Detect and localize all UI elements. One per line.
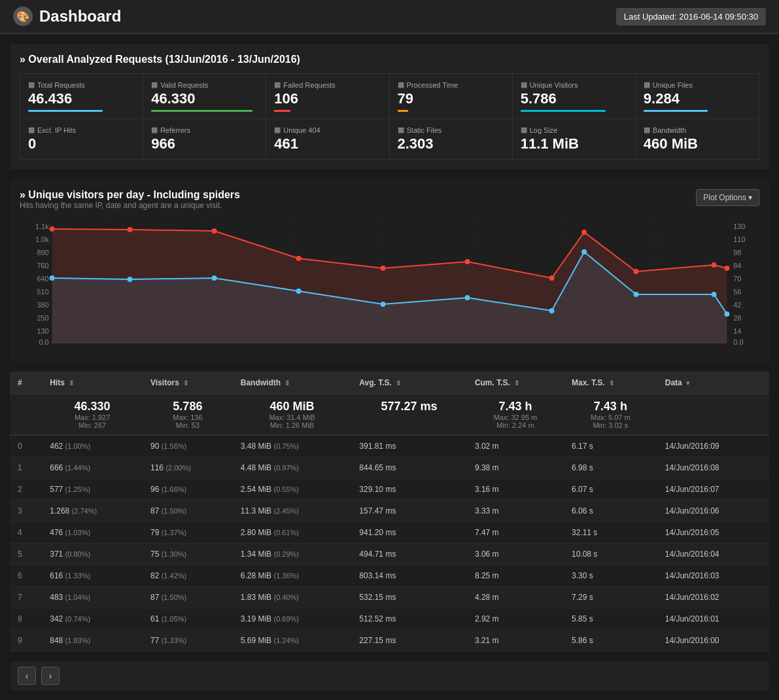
cell-num: 8 (10, 608, 42, 630)
svg-point-38 (549, 308, 555, 313)
stat-unique-visitors[interactable]: ▦ Unique Visitors 5.786 (513, 74, 636, 119)
cell-num: 0 (10, 435, 42, 457)
cell-hits: 462 (1.00%) (42, 435, 143, 457)
cell-cum-ts: 3.21 m (467, 630, 564, 652)
table-row[interactable]: 4 476 (1.03%) 79 (1.37%) 2.80 MiB (0.61%… (10, 522, 769, 544)
stat-bandwidth[interactable]: ▦ Bandwidth 460 MiB (636, 119, 759, 159)
table-row[interactable]: 6 616 (1.33%) 82 (1.42%) 6.28 MiB (1.36%… (10, 565, 769, 587)
bar-chart-icon: ▦ (644, 80, 650, 89)
table-row[interactable]: 0 462 (1.00%) 90 (1.56%) 3.48 MiB (0.75%… (10, 435, 769, 457)
svg-text:760: 760 (37, 262, 48, 270)
cell-cum-ts: 3.16 m (467, 479, 564, 500)
stat-total-requests[interactable]: ▦ Total Requests 46.436 (20, 74, 143, 119)
stat-excl-ip[interactable]: ▦ Excl. IP Hits 0 (20, 119, 143, 159)
stat-log-size-label: ▦ Log Size (521, 126, 627, 134)
svg-text:14: 14 (733, 327, 741, 335)
stat-failed-requests-bar (274, 110, 290, 112)
cell-cum-ts: 3.33 m (467, 500, 564, 522)
stat-total-requests-value: 46.436 (28, 90, 135, 107)
cell-avg-ts: 532.15 ms (351, 587, 467, 608)
cell-avg-ts: 157.47 ms (351, 500, 467, 522)
cell-data: 14/Jun/2016:09 (657, 435, 769, 457)
svg-point-30 (712, 262, 717, 268)
cell-data: 14/Jun/2016:08 (657, 457, 769, 479)
col-hits[interactable]: Hits ⇕ (42, 372, 143, 394)
cell-num: 9 (10, 630, 42, 652)
table-row[interactable]: 2 577 (1.25%) 96 (1.66%) 2.54 MiB (0.55%… (10, 479, 769, 500)
app-title: 🎨 Dashboard (13, 7, 121, 26)
stat-unique-files[interactable]: ▦ Unique Files 9.284 (636, 74, 759, 119)
cell-visitors: 61 (1.05%) (143, 608, 233, 630)
table-row[interactable]: 5 371 (0.80%) 75 (1.30%) 1.34 MiB (0.29%… (10, 544, 769, 565)
app-title-text: Dashboard (39, 7, 121, 26)
col-cum-ts[interactable]: Cum. T.S. ⇕ (467, 372, 564, 394)
cell-avg-ts: 844.65 ms (351, 457, 467, 479)
cell-visitors: 90 (1.56%) (143, 435, 233, 457)
bar-chart-icon: ▦ (644, 126, 650, 134)
svg-point-32 (50, 275, 55, 281)
table-row[interactable]: 1 666 (1.44%) 116 (2.00%) 4.48 MiB (0.97… (10, 457, 769, 479)
cell-visitors: 75 (1.30%) (143, 544, 233, 565)
cell-visitors: 77 (1.33%) (143, 630, 233, 652)
overall-title: » Overall Analyzed Requests (13/Jun/2016… (20, 54, 759, 65)
col-bandwidth[interactable]: Bandwidth ⇕ (233, 372, 352, 394)
table-row[interactable]: 7 483 (1.04%) 87 (1.50%) 1.83 MiB (0.40%… (10, 587, 769, 608)
cell-visitors: 87 (1.50%) (143, 587, 233, 608)
col-num[interactable]: # (10, 372, 42, 394)
col-max-ts[interactable]: Max. T.S. ⇕ (564, 372, 657, 394)
table-header-row: # Hits ⇕ Visitors ⇕ Bandwidth ⇕ Avg. T.S… (10, 372, 769, 394)
stat-unique-visitors-value: 5.786 (521, 90, 627, 107)
cell-num: 2 (10, 479, 42, 500)
stat-processed-time-value: 79 (398, 90, 504, 107)
stat-bandwidth-label: ▦ Bandwidth (644, 126, 751, 134)
chart-header: » Unique visitors per day - Including sp… (20, 189, 759, 217)
col-data[interactable]: Data ▾ (657, 372, 769, 394)
cell-data: 14/Jun/2016:03 (657, 565, 769, 587)
cell-data: 14/Jun/2016:01 (657, 608, 769, 630)
stat-static-files[interactable]: ▦ Static Files 2.303 (390, 119, 513, 159)
next-page-button[interactable]: › (41, 667, 60, 685)
cell-hits: 616 (1.33%) (42, 565, 143, 587)
svg-text:1.0k: 1.0k (35, 236, 49, 243)
stat-excl-ip-label: ▦ Excl. IP Hits (28, 126, 135, 134)
cell-cum-ts: 8.25 m (467, 565, 564, 587)
sort-avg-ts-icon: ⇕ (396, 379, 401, 387)
svg-text:98: 98 (733, 249, 741, 256)
cell-max-ts: 6.07 s (564, 479, 657, 500)
cell-hits: 1.268 (2.74%) (42, 500, 143, 522)
col-visitors[interactable]: Visitors ⇕ (143, 372, 233, 394)
svg-point-31 (724, 266, 729, 271)
stat-failed-requests[interactable]: ▦ Failed Requests 106 (266, 74, 389, 119)
svg-text:0.0: 0.0 (733, 338, 743, 346)
cell-max-ts: 7.29 s (564, 587, 657, 608)
svg-text:130: 130 (733, 222, 745, 230)
cell-num: 3 (10, 500, 42, 522)
col-avg-ts[interactable]: Avg. T.S. ⇕ (351, 372, 467, 394)
stat-static-files-label: ▦ Static Files (398, 126, 504, 134)
svg-point-29 (634, 269, 639, 274)
sort-hits-icon: ⇕ (69, 379, 74, 387)
cell-avg-ts: 803.14 ms (351, 565, 467, 587)
stat-referrers[interactable]: ▦ Referrers 966 (143, 119, 266, 159)
table-row[interactable]: 3 1.268 (2.74%) 87 (1.50%) 11.3 MiB (2.4… (10, 500, 769, 522)
stat-unique-404-value: 461 (274, 135, 381, 152)
cell-cum-ts: 2.92 m (467, 608, 564, 630)
stat-static-files-value: 2.303 (398, 135, 504, 152)
plot-options-button[interactable]: Plot Options ▾ (696, 189, 759, 206)
summary-data (657, 394, 769, 436)
stat-valid-requests[interactable]: ▦ Valid Requests 46.330 (143, 74, 266, 119)
cell-data: 14/Jun/2016:05 (657, 522, 769, 544)
cell-cum-ts: 9.38 m (467, 457, 564, 479)
sort-data-icon: ▾ (686, 379, 689, 387)
summary-avg-ts: 577.27 ms (351, 394, 467, 436)
stat-unique-404[interactable]: ▦ Unique 404 461 (266, 119, 389, 159)
stat-log-size[interactable]: ▦ Log Size 11.1 MiB (513, 119, 636, 159)
sort-bandwidth-icon: ⇕ (285, 379, 290, 387)
table-section: # Hits ⇕ Visitors ⇕ Bandwidth ⇕ Avg. T.S… (10, 372, 769, 652)
stat-processed-time[interactable]: ▦ Processed Time 79 (390, 74, 513, 119)
table-row[interactable]: 8 342 (0.74%) 61 (1.05%) 3.19 MiB (0.69%… (10, 608, 769, 630)
svg-text:130: 130 (37, 327, 48, 335)
prev-page-button[interactable]: ‹ (18, 667, 36, 685)
svg-text:640: 640 (37, 275, 48, 283)
table-row[interactable]: 9 848 (1.83%) 77 (1.33%) 5.69 MiB (1.24%… (10, 630, 769, 652)
